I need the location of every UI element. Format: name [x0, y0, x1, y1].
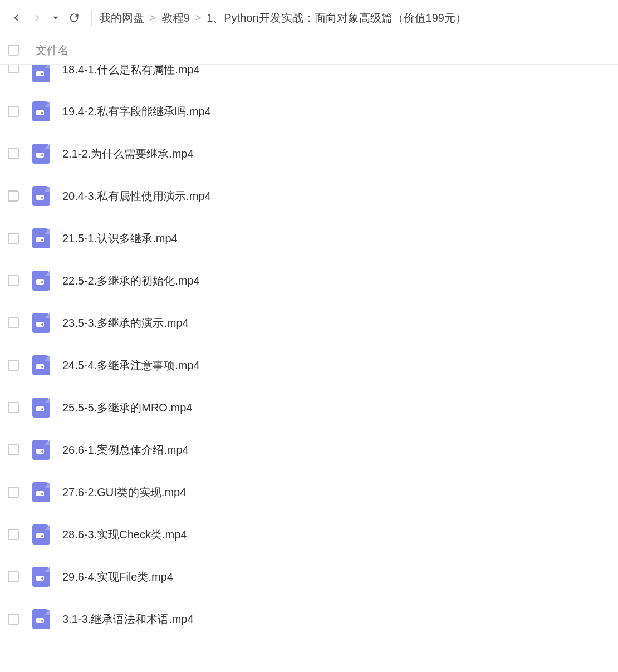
- file-name[interactable]: 3.1-3.继承语法和术语.mp4: [62, 612, 194, 627]
- video-file-icon: [32, 65, 50, 82]
- separator: [91, 10, 92, 26]
- file-name[interactable]: 25.5-5.多继承的MRO.mp4: [62, 400, 192, 415]
- file-name[interactable]: 2.1-2.为什么需要继承.mp4: [62, 146, 194, 161]
- video-file-icon: [32, 101, 50, 121]
- video-file-icon: [32, 228, 50, 248]
- file-name[interactable]: 19.4-2.私有字段能继承吗.mp4: [62, 104, 211, 119]
- list-item[interactable]: 25.5-5.多继承的MRO.mp4: [0, 386, 618, 429]
- file-name[interactable]: 27.6-2.GUI类的实现.mp4: [62, 485, 186, 500]
- video-file-icon: [32, 567, 50, 587]
- row-checkbox[interactable]: [8, 148, 19, 159]
- file-name[interactable]: 29.6-4.实现File类.mp4: [62, 570, 173, 585]
- video-file-icon: [32, 482, 50, 502]
- row-checkbox[interactable]: [8, 614, 19, 625]
- file-name[interactable]: 20.4-3.私有属性使用演示.mp4: [62, 189, 211, 204]
- list-item[interactable]: 3.1-3.继承语法和术语.mp4: [0, 598, 618, 640]
- list-item[interactable]: 21.5-1.认识多继承.mp4: [0, 217, 618, 259]
- breadcrumb-item-current: 1、Python开发实战：面向对象高级篇（价值199元）: [207, 11, 467, 26]
- row-checkbox[interactable]: [8, 571, 19, 582]
- chevron-right-icon: >: [195, 12, 202, 24]
- list-item[interactable]: 24.5-4.多继承注意事项.mp4: [0, 344, 618, 386]
- breadcrumb-item[interactable]: 我的网盘: [100, 11, 144, 26]
- file-name[interactable]: 24.5-4.多继承注意事项.mp4: [62, 358, 200, 373]
- file-name[interactable]: 21.5-1.认识多继承.mp4: [62, 231, 178, 246]
- list-item[interactable]: 22.5-2.多继承的初始化.mp4: [0, 259, 618, 302]
- row-checkbox[interactable]: [8, 275, 19, 286]
- video-file-icon: [32, 271, 50, 291]
- video-file-icon: [32, 313, 50, 333]
- video-file-icon: [32, 524, 50, 545]
- file-name[interactable]: 18.4-1.什么是私有属性.mp4: [62, 65, 200, 77]
- list-item[interactable]: 2.1-2.为什么需要继承.mp4: [0, 133, 618, 175]
- column-header-filename[interactable]: 文件名: [36, 43, 69, 58]
- row-checkbox[interactable]: [8, 106, 19, 117]
- list-item[interactable]: 29.6-4.实现File类.mp4: [0, 556, 618, 598]
- video-file-icon: [32, 144, 50, 164]
- video-file-icon: [32, 609, 50, 629]
- file-list: 18.4-1.什么是私有属性.mp4 19.4-2.私有字段能继承吗.mp4 2…: [0, 65, 618, 640]
- row-checkbox[interactable]: [8, 402, 19, 413]
- refresh-button[interactable]: [65, 8, 84, 27]
- breadcrumb: 我的网盘 > 教程9 > 1、Python开发实战：面向对象高级篇（价值199元…: [100, 11, 467, 26]
- row-checkbox[interactable]: [8, 529, 19, 540]
- video-file-icon: [32, 440, 50, 460]
- video-file-icon: [32, 398, 50, 418]
- row-checkbox[interactable]: [8, 65, 19, 73]
- row-checkbox[interactable]: [8, 444, 19, 455]
- file-name[interactable]: 26.6-1.案例总体介绍.mp4: [62, 443, 189, 458]
- list-header: 文件名: [0, 36, 618, 65]
- row-checkbox[interactable]: [8, 317, 19, 328]
- list-item[interactable]: 20.4-3.私有属性使用演示.mp4: [0, 175, 618, 217]
- row-checkbox[interactable]: [8, 190, 19, 202]
- breadcrumb-item[interactable]: 教程9: [161, 11, 190, 26]
- file-name[interactable]: 22.5-2.多继承的初始化.mp4: [62, 273, 200, 288]
- row-checkbox[interactable]: [8, 233, 19, 244]
- back-button[interactable]: [7, 8, 26, 27]
- list-item[interactable]: 27.6-2.GUI类的实现.mp4: [0, 471, 618, 513]
- select-all-checkbox[interactable]: [8, 45, 19, 56]
- list-item[interactable]: 19.4-2.私有字段能继承吗.mp4: [0, 90, 618, 133]
- row-checkbox[interactable]: [8, 360, 19, 371]
- file-name[interactable]: 23.5-3.多继承的演示.mp4: [62, 316, 189, 331]
- forward-button[interactable]: [28, 8, 47, 27]
- dropdown-button[interactable]: [49, 8, 62, 27]
- row-checkbox[interactable]: [8, 487, 19, 498]
- chevron-right-icon: >: [150, 12, 156, 24]
- file-name[interactable]: 28.6-3.实现Check类.mp4: [62, 527, 187, 542]
- list-item[interactable]: 28.6-3.实现Check类.mp4: [0, 513, 618, 556]
- list-item[interactable]: 26.6-1.案例总体介绍.mp4: [0, 429, 618, 471]
- list-item[interactable]: 23.5-3.多继承的演示.mp4: [0, 302, 618, 344]
- video-file-icon: [32, 186, 50, 206]
- video-file-icon: [32, 355, 50, 375]
- toolbar: 我的网盘 > 教程9 > 1、Python开发实战：面向对象高级篇（价值199元…: [0, 0, 618, 36]
- list-item[interactable]: 18.4-1.什么是私有属性.mp4: [0, 65, 618, 90]
- svg-marker-0: [53, 17, 58, 19]
